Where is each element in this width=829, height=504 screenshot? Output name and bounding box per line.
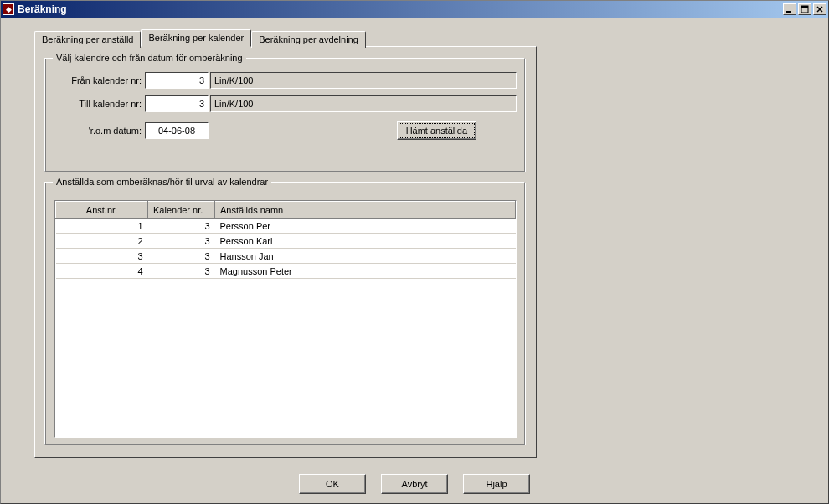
cell-anstnr: 2 — [56, 234, 148, 249]
fetch-employees-label: Hämt anställda — [406, 126, 467, 136]
tab-per-employee[interactable]: Beräkning per anställd — [34, 31, 141, 48]
table-row[interactable]: 43Magnusson Peter — [56, 264, 516, 279]
from-date-label: 'r.o.m datum: — [54, 126, 145, 136]
group-calendar-selection: Välj kalendre och från datum för omberäk… — [45, 59, 526, 172]
tab-label: Beräkning per kalender — [148, 33, 244, 43]
main-window: ◆ Beräkning Beräkning per anställd Beräk… — [0, 0, 829, 504]
cell-name: Persson Per — [215, 219, 516, 234]
from-calendar-input[interactable] — [145, 72, 209, 89]
table-row[interactable]: 13Persson Per — [56, 219, 516, 234]
to-calendar-desc: Lin/K/100 — [210, 95, 517, 112]
col-anstnr[interactable]: Anst.nr. — [56, 202, 148, 219]
col-name[interactable]: Anställds namn — [215, 202, 516, 219]
client-area: Beräkning per anställd Beräkning per kal… — [1, 18, 828, 470]
table-header-row: Anst.nr. Kalender nr. Anställds namn — [56, 202, 516, 219]
dialog-button-row: OK Avbryt Hjälp — [0, 474, 829, 494]
to-calendar-input[interactable] — [145, 95, 209, 112]
row-from-date: 'r.o.m datum: Hämt anställda — [54, 121, 517, 140]
svg-rect-0 — [786, 11, 791, 13]
row-to-calendar: Till kalender nr: Lin/K/100 — [54, 95, 517, 113]
cancel-button[interactable]: Avbryt — [381, 474, 448, 494]
cancel-label: Avbryt — [402, 479, 428, 489]
tab-panel: Välj kalendre och från datum för omberäk… — [34, 46, 537, 458]
cell-anstnr: 1 — [56, 219, 148, 234]
employee-table-container[interactable]: Anst.nr. Kalender nr. Anställds namn 13P… — [54, 200, 517, 438]
from-date-input[interactable] — [145, 122, 209, 139]
maximize-button[interactable] — [798, 3, 811, 15]
table-row[interactable]: 23Persson Kari — [56, 234, 516, 249]
cell-kalnr: 3 — [148, 219, 215, 234]
fetch-employees-button[interactable]: Hämt anställda — [397, 121, 476, 140]
tab-strip: Beräkning per anställd Beräkning per kal… — [34, 29, 795, 46]
col-name-label: Anställds namn — [220, 205, 283, 215]
window-title: Beräkning — [18, 3, 781, 15]
tab-per-department[interactable]: Beräkning per avdelning — [251, 31, 366, 48]
window-controls — [781, 3, 826, 15]
cell-name: Magnusson Peter — [215, 264, 516, 279]
ok-button[interactable]: OK — [299, 474, 366, 494]
cell-kalnr: 3 — [148, 264, 215, 279]
tab-label: Beräkning per avdelning — [259, 34, 358, 44]
titlebar: ◆ Beräkning — [1, 1, 828, 18]
cell-kalnr: 3 — [148, 234, 215, 249]
svg-rect-2 — [801, 6, 808, 8]
cell-kalnr: 3 — [148, 249, 215, 264]
from-calendar-desc-text: Lin/K/100 — [214, 75, 253, 85]
groupbox-legend: Anställda som omberäknas/hör til urval a… — [53, 177, 271, 187]
ok-label: OK — [326, 479, 339, 489]
table-row[interactable]: 33Hansson Jan — [56, 249, 516, 264]
from-calendar-desc: Lin/K/100 — [210, 72, 517, 89]
col-kalnr[interactable]: Kalender nr. — [148, 202, 215, 219]
to-calendar-desc-text: Lin/K/100 — [214, 99, 253, 109]
from-calendar-label: Från kalender nr: — [54, 75, 145, 85]
group-employees: Anställda som omberäknas/hör til urval a… — [45, 183, 526, 445]
col-anstnr-label: Anst.nr. — [86, 205, 117, 215]
row-from-calendar: Från kalender nr: Lin/K/100 — [54, 71, 517, 90]
close-button[interactable] — [813, 3, 826, 15]
help-label: Hjälp — [486, 479, 507, 489]
employee-table: Anst.nr. Kalender nr. Anställds namn 13P… — [55, 201, 516, 279]
to-calendar-label: Till kalender nr: — [54, 99, 145, 109]
app-icon: ◆ — [3, 3, 14, 15]
cell-name: Persson Kari — [215, 234, 516, 249]
cell-name: Hansson Jan — [215, 249, 516, 264]
col-kalnr-label: Kalender nr. — [153, 205, 203, 215]
cell-anstnr: 3 — [56, 249, 148, 264]
groupbox-legend: Välj kalendre och från datum för omberäk… — [53, 53, 246, 63]
minimize-button[interactable] — [783, 3, 796, 15]
tab-per-calendar[interactable]: Beräkning per kalender — [141, 29, 251, 47]
help-button[interactable]: Hjälp — [463, 474, 530, 494]
tab-label: Beräkning per anställd — [42, 34, 133, 44]
cell-anstnr: 4 — [56, 264, 148, 279]
